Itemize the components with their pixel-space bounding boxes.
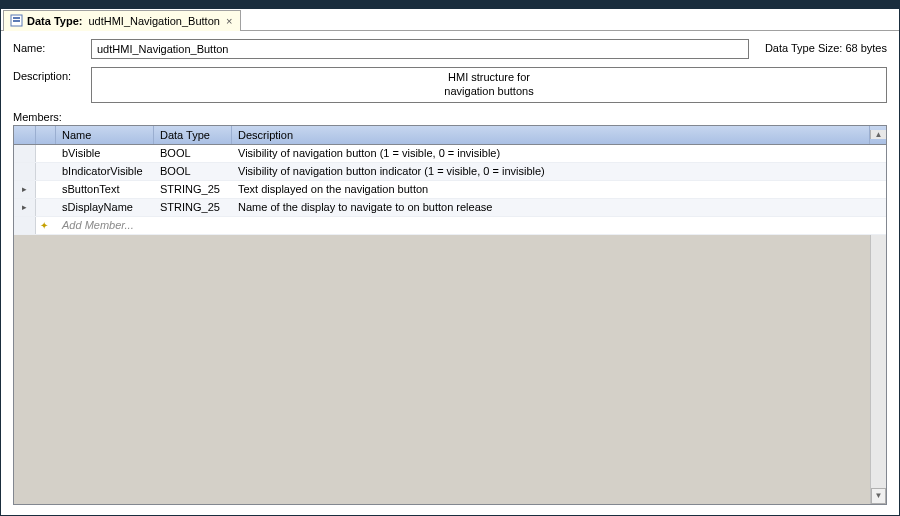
tab-prefix: Data Type: bbox=[27, 15, 82, 27]
expand-cell bbox=[36, 145, 56, 162]
member-name[interactable]: sButtonText bbox=[56, 181, 154, 198]
svg-rect-2 bbox=[13, 20, 20, 22]
description-label: Description: bbox=[13, 67, 83, 82]
member-name[interactable]: bVisible bbox=[56, 145, 154, 162]
column-expand[interactable] bbox=[36, 126, 56, 144]
expand-cell bbox=[36, 199, 56, 216]
row-handle[interactable] bbox=[14, 145, 36, 162]
vertical-scrollbar[interactable]: ▼ bbox=[870, 235, 886, 504]
member-description[interactable]: Name of the display to navigate to on bu… bbox=[232, 199, 886, 216]
row-handle bbox=[14, 217, 36, 234]
members-label: Members: bbox=[13, 111, 887, 123]
name-input[interactable] bbox=[91, 39, 749, 59]
expand-cell bbox=[36, 181, 56, 198]
member-description[interactable]: Visibility of navigation button indicato… bbox=[232, 163, 886, 180]
member-type[interactable]: BOOL bbox=[154, 163, 232, 180]
expand-cell bbox=[36, 163, 56, 180]
close-icon[interactable]: × bbox=[224, 15, 234, 27]
grid-empty-area: ▼ bbox=[14, 235, 886, 504]
data-type-icon bbox=[10, 14, 23, 27]
data-type-size: Data Type Size: 68 bytes bbox=[757, 39, 887, 54]
window-titlebar bbox=[1, 1, 899, 9]
row-handle[interactable] bbox=[14, 163, 36, 180]
tab-data-type[interactable]: Data Type: udtHMI_Navigation_Button × bbox=[3, 10, 241, 31]
member-description[interactable]: Visibility of navigation button (1 = vis… bbox=[232, 145, 886, 162]
member-description[interactable]: Text displayed on the navigation button bbox=[232, 181, 886, 198]
member-type[interactable]: BOOL bbox=[154, 145, 232, 162]
scroll-down-arrow[interactable]: ▼ bbox=[871, 488, 886, 504]
tab-title: udtHMI_Navigation_Button bbox=[88, 15, 219, 27]
add-member-row[interactable]: ✦Add Member... bbox=[14, 217, 886, 235]
grid-body: bVisibleBOOLVisibility of navigation but… bbox=[14, 145, 886, 235]
tab-strip: Data Type: udtHMI_Navigation_Button × bbox=[1, 9, 899, 31]
scroll-up-arrow[interactable]: ▲ bbox=[870, 130, 886, 139]
column-row-selector[interactable] bbox=[14, 126, 36, 144]
add-member-icon: ✦ bbox=[36, 217, 56, 234]
table-row[interactable]: ▸sButtonTextSTRING_25Text displayed on t… bbox=[14, 181, 886, 199]
row-handle[interactable]: ▸ bbox=[14, 199, 36, 216]
description-text: HMI structure for navigation buttons bbox=[444, 71, 533, 99]
name-label: Name: bbox=[13, 39, 83, 54]
editor-panel: Name: Data Type Size: 68 bytes Descripti… bbox=[1, 31, 899, 509]
member-type[interactable]: STRING_25 bbox=[154, 181, 232, 198]
row-handle[interactable]: ▸ bbox=[14, 181, 36, 198]
description-input[interactable]: HMI structure for navigation buttons bbox=[91, 67, 887, 103]
member-name[interactable]: sDisplayName bbox=[56, 199, 154, 216]
table-row[interactable]: bVisibleBOOLVisibility of navigation but… bbox=[14, 145, 886, 163]
member-type[interactable]: STRING_25 bbox=[154, 199, 232, 216]
add-member-label[interactable]: Add Member... bbox=[56, 217, 886, 234]
member-name[interactable]: bIndicatorVisible bbox=[56, 163, 154, 180]
dialog-buttons: OK Cancel Apply Help bbox=[1, 509, 899, 517]
column-name[interactable]: Name bbox=[56, 126, 154, 144]
table-row[interactable]: bIndicatorVisibleBOOLVisibility of navig… bbox=[14, 163, 886, 181]
table-row[interactable]: ▸sDisplayNameSTRING_25Name of the displa… bbox=[14, 199, 886, 217]
column-data-type[interactable]: Data Type bbox=[154, 126, 232, 144]
grid-header: Name Data Type Description ▲ bbox=[14, 126, 886, 145]
svg-rect-1 bbox=[13, 17, 20, 19]
members-grid: Name Data Type Description ▲ bVisibleBOO… bbox=[13, 125, 887, 505]
column-description[interactable]: Description bbox=[232, 126, 870, 144]
